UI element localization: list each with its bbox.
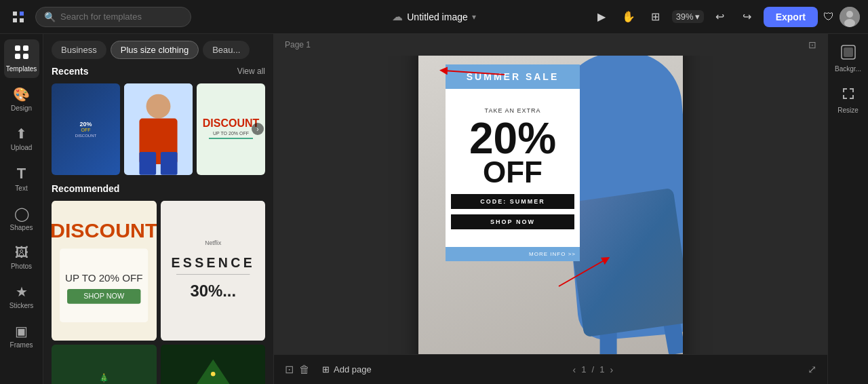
current-page: 1 bbox=[581, 364, 586, 375]
svg-point-35 bbox=[210, 372, 215, 377]
page-label: Page 1 bbox=[285, 40, 311, 50]
layout-tool[interactable]: ⊞ bbox=[645, 6, 667, 28]
shapes-label: Shapes bbox=[10, 224, 33, 231]
redo-button[interactable]: ↪ bbox=[736, 6, 758, 28]
delete-icon[interactable]: 🗑 bbox=[299, 364, 310, 376]
zoom-level: 39% bbox=[676, 12, 694, 22]
search-icon: 🔍 bbox=[44, 12, 56, 22]
doc-title[interactable]: Untitled image bbox=[407, 12, 468, 22]
next-page-button[interactable]: › bbox=[610, 364, 613, 375]
shop-now-button[interactable]: SHOP NOW bbox=[451, 214, 574, 229]
view-all-button[interactable]: View all bbox=[237, 66, 265, 76]
page-separator: / bbox=[592, 364, 595, 375]
svg-rect-10 bbox=[139, 152, 156, 175]
sidebar-item-text[interactable]: T Text bbox=[4, 159, 39, 197]
svg-rect-11 bbox=[161, 152, 178, 175]
shield-icon: 🛡 bbox=[823, 11, 834, 23]
right-panel-resize[interactable]: Resize bbox=[831, 81, 866, 119]
screen-icon[interactable]: ⊡ bbox=[285, 363, 294, 376]
tag-business[interactable]: Business bbox=[52, 41, 106, 59]
zoom-group[interactable]: 39% ▾ bbox=[672, 10, 704, 23]
fit-to-screen[interactable]: ⤢ bbox=[808, 363, 816, 376]
sidebar-item-photos[interactable]: 🖼 Photos bbox=[4, 239, 39, 275]
doc-title-area: ☁ Untitled image ▾ bbox=[392, 10, 476, 23]
sidebar-item-design[interactable]: 🎨 Design bbox=[4, 81, 39, 117]
app-logo[interactable] bbox=[8, 7, 28, 27]
sidebar-item-templates[interactable]: Templates bbox=[4, 39, 39, 78]
hand-tool[interactable]: ✋ bbox=[618, 6, 639, 28]
recommended-header: Recommended bbox=[52, 183, 265, 194]
recents-title: Recents bbox=[52, 66, 88, 77]
recent-item-1[interactable]: 20% OFF DISCOUNT bbox=[52, 83, 120, 175]
summer-sale-text: SUMMER SALE bbox=[452, 71, 573, 82]
upload-label: Upload bbox=[11, 144, 33, 151]
recents-grid: 20% OFF DISCOUNT bbox=[52, 83, 265, 175]
recent-item-2[interactable] bbox=[124, 83, 193, 175]
background-label: Backgr... bbox=[835, 65, 861, 73]
main-area: Templates 🎨 Design ⬆ Upload T Text ◯ Sha… bbox=[0, 34, 868, 384]
rec-item-2[interactable]: Netflix ESSENCE 30%... bbox=[161, 201, 266, 341]
filter-tags: Business Plus size clothing Beau... bbox=[43, 34, 273, 66]
sidebar-item-upload[interactable]: ⬆ Upload bbox=[4, 120, 39, 157]
svg-text:Netflix: Netflix bbox=[205, 239, 222, 246]
recent-item-3[interactable]: DISCOUNT UP TO 20% OFF › bbox=[197, 83, 265, 175]
svg-text:30%...: 30%... bbox=[190, 282, 236, 300]
right-panel-background[interactable]: Backgr... bbox=[831, 39, 866, 78]
recents-section: Recents View all 20% OFF DISCOUNT bbox=[43, 66, 273, 183]
right-panel: Backgr... Resize bbox=[827, 34, 868, 384]
canvas-area: Page 1 ⊡ bbox=[274, 34, 827, 384]
more-info-text[interactable]: MORE INFO >> bbox=[450, 251, 576, 257]
background-panel-icon bbox=[841, 45, 856, 63]
page-navigation: ‹ 1 / 1 › bbox=[573, 364, 613, 375]
frames-label: Frames bbox=[10, 341, 33, 349]
templates-icon bbox=[14, 45, 29, 63]
sidebar-item-shapes[interactable]: ◯ Shapes bbox=[4, 200, 39, 237]
svg-point-8 bbox=[146, 94, 171, 119]
rec-item-4[interactable]: CHRISTMAS SUPER ANGEBOT bbox=[161, 345, 266, 384]
sale-card[interactable]: SUMMER SALE TAKE AN EXTRA 20% OFF CODE: … bbox=[446, 64, 580, 261]
shapes-icon: ◯ bbox=[14, 206, 29, 222]
recommended-title: Recommended bbox=[52, 183, 119, 194]
canvas-page[interactable]: SUMMER SALE TAKE AN EXTRA 20% OFF CODE: … bbox=[418, 56, 683, 354]
canvas-viewport[interactable]: SUMMER SALE TAKE AN EXTRA 20% OFF CODE: … bbox=[274, 56, 827, 354]
total-pages: 1 bbox=[599, 364, 604, 375]
code-button[interactable]: CODE: SUMMER bbox=[451, 194, 574, 209]
text-label: Text bbox=[15, 185, 27, 192]
resize-label: Resize bbox=[837, 107, 859, 114]
photos-icon: 🖼 bbox=[15, 245, 28, 261]
rec-item-1[interactable]: DISCOUNT UP TO 20% OFF SHOP NOW bbox=[52, 201, 157, 341]
svg-point-1 bbox=[846, 11, 853, 18]
carousel-next[interactable]: › bbox=[252, 123, 264, 135]
jeans-fabric bbox=[566, 188, 683, 337]
tag-beauty[interactable]: Beau... bbox=[203, 41, 250, 59]
svg-point-2 bbox=[844, 19, 855, 27]
photos-label: Photos bbox=[11, 263, 32, 270]
search-bar[interactable]: 🔍 bbox=[35, 7, 191, 27]
undo-button[interactable]: ↩ bbox=[709, 6, 731, 28]
sidebar-item-stickers[interactable]: ★ Stickers bbox=[4, 278, 39, 315]
templates-panel: Business Plus size clothing Beau... Rece… bbox=[43, 34, 274, 384]
topbar: 🔍 ☁ Untitled image ▾ ▶ ✋ ⊞ 39% ▾ ↩ ↪ Exp… bbox=[0, 0, 868, 34]
percent-text: 20% bbox=[469, 117, 556, 160]
add-page-button[interactable]: ⊞ Add page bbox=[315, 362, 378, 377]
svg-rect-18 bbox=[161, 201, 264, 341]
stickers-label: Stickers bbox=[9, 302, 34, 309]
chevron-down-icon[interactable]: ▾ bbox=[472, 12, 476, 22]
search-input[interactable] bbox=[60, 12, 182, 22]
resize-panel-icon bbox=[841, 86, 856, 104]
svg-text:ESSENCE: ESSENCE bbox=[171, 254, 255, 269]
export-button[interactable]: Export bbox=[764, 7, 818, 27]
bottom-toolbar: ⊡ 🗑 ⊞ Add page ‹ 1 / 1 › ⤢ bbox=[274, 354, 827, 384]
page-options-icon[interactable]: ⊡ bbox=[808, 39, 816, 50]
rec-item-3[interactable]: 🎄 MERRY CHRISTMAS bbox=[52, 345, 157, 384]
sidebar-icons: Templates 🎨 Design ⬆ Upload T Text ◯ Sha… bbox=[0, 34, 43, 384]
user-avatar[interactable] bbox=[840, 7, 860, 27]
text-icon: T bbox=[17, 165, 26, 183]
prev-page-button[interactable]: ‹ bbox=[573, 364, 576, 375]
tag-plus-size[interactable]: Plus size clothing bbox=[111, 41, 199, 59]
svg-rect-4 bbox=[23, 45, 28, 51]
sidebar-item-frames[interactable]: ▣ Frames bbox=[4, 318, 39, 354]
templates-label: Templates bbox=[6, 65, 37, 73]
panel-scroll[interactable]: Recents View all 20% OFF DISCOUNT bbox=[43, 66, 273, 384]
cursor-tool[interactable]: ▶ bbox=[591, 6, 612, 28]
